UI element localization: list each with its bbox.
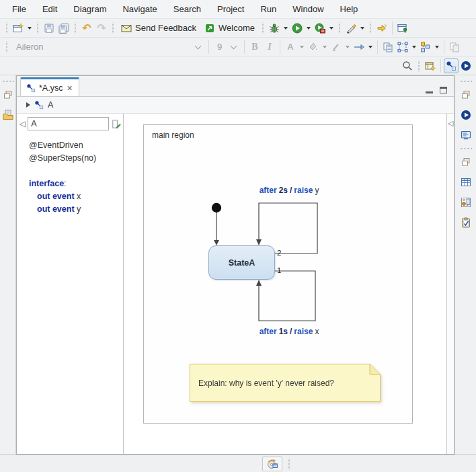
redo-button[interactable]: ↷ <box>94 20 109 36</box>
diagram-canvas[interactable]: main region <box>124 114 454 454</box>
menu-help[interactable]: Help <box>332 1 366 17</box>
undo-button[interactable]: ↶ <box>79 20 94 36</box>
status-drag-handle[interactable] <box>288 458 290 470</box>
interface-colon: : <box>64 179 66 188</box>
debug-button[interactable] <box>267 20 282 36</box>
open-perspective-button[interactable] <box>423 58 438 74</box>
transition-label-1[interactable]: after1s/raisex <box>242 327 336 336</box>
menu-diagram[interactable]: Diagram <box>65 1 114 17</box>
send-feedback-button[interactable]: Send Feedback <box>117 20 200 36</box>
select-shapes-dropdown[interactable] <box>412 46 416 48</box>
fill-color-button[interactable] <box>306 39 321 55</box>
run-button[interactable] <box>290 20 305 36</box>
line-color-dropdown[interactable] <box>346 46 350 48</box>
statechart-name-input[interactable] <box>28 117 109 130</box>
line-color-button[interactable] <box>329 39 344 55</box>
run-dropdown[interactable] <box>307 27 311 30</box>
toolbar-drag-handle[interactable] <box>112 22 114 34</box>
toolbar-drag-handle[interactable] <box>36 22 39 34</box>
debug-dropdown[interactable] <box>284 27 288 30</box>
tab-close-icon[interactable]: × <box>66 84 73 92</box>
font-color-button[interactable]: A <box>283 39 298 55</box>
line-style-dropdown[interactable] <box>368 46 372 48</box>
toolbar-drag-handle[interactable] <box>5 22 8 34</box>
menu-edit[interactable]: Edit <box>34 1 65 17</box>
simulation-snapshot-view-button[interactable] <box>459 194 473 210</box>
toolbar-drag-handle[interactable] <box>74 22 77 34</box>
profile-button[interactable] <box>313 20 327 36</box>
chevron-down-icon <box>231 42 237 49</box>
toolbar-drag-handle[interactable] <box>262 22 264 34</box>
toolbar-drag-handle[interactable] <box>418 60 420 72</box>
bold-button[interactable]: B <box>247 39 262 55</box>
layout-button[interactable] <box>418 39 433 55</box>
properties-view-button[interactable] <box>459 174 473 190</box>
font-family-combo[interactable]: Aileron <box>11 39 206 55</box>
strip-drag-handle[interactable] <box>460 80 472 83</box>
tasks-view-button[interactable] <box>459 214 473 231</box>
statechart-file-icon <box>26 83 36 93</box>
breadcrumb-label[interactable]: A <box>48 100 53 110</box>
copy-appearance-button[interactable] <box>381 39 395 55</box>
collapse-panel-icon[interactable]: ◁ <box>19 120 26 128</box>
definition-text[interactable]: @EventDriven @SuperSteps(no) interface: … <box>17 134 123 216</box>
perspective-simulation-button[interactable] <box>459 58 473 74</box>
pin-editor-button[interactable] <box>395 20 410 36</box>
pin-editor-icon <box>397 23 408 34</box>
italic-button[interactable]: I <box>262 39 277 55</box>
toolbar-drag-handle[interactable] <box>338 22 341 34</box>
menu-window[interactable]: Window <box>284 1 331 17</box>
external-tools-button[interactable] <box>344 20 358 36</box>
save-button[interactable] <box>42 20 56 36</box>
state-node[interactable]: StateA <box>208 245 275 280</box>
strip-drag-handle[interactable] <box>2 80 14 83</box>
fill-color-dropdown[interactable] <box>323 46 327 48</box>
maximize-icon[interactable] <box>440 87 447 93</box>
restore-left-views-button[interactable] <box>1 87 15 103</box>
menu-navigate[interactable]: Navigate <box>114 1 165 17</box>
search-button[interactable] <box>400 58 415 74</box>
raise-keyword: raise <box>294 186 313 195</box>
initial-state[interactable] <box>212 203 221 212</box>
breadcrumb-expand-icon[interactable] <box>26 102 30 108</box>
menu-file[interactable]: File <box>4 1 34 17</box>
font-color-dropdown[interactable] <box>300 46 304 48</box>
comment-note[interactable]: Explain: why is event 'y' never raised? <box>190 364 381 402</box>
strip-drag-handle[interactable] <box>460 147 472 150</box>
toolbar-drag-handle[interactable] <box>369 22 372 34</box>
tasks-clipboard-icon <box>461 217 471 228</box>
restore-view-icon <box>3 89 13 100</box>
project-explorer-button[interactable] <box>1 107 15 123</box>
toolbar-separator <box>444 40 444 54</box>
clipped-toolbar-button[interactable] <box>447 39 462 55</box>
line-style-button[interactable] <box>352 39 366 55</box>
welcome-button[interactable]: Welcome <box>200 20 259 36</box>
left-view-strip <box>0 75 16 455</box>
menu-project[interactable]: Project <box>209 1 252 17</box>
select-all-shapes-button[interactable] <box>395 39 410 55</box>
new-wizard-dropdown[interactable] <box>28 27 32 30</box>
status-trim-button[interactable] <box>262 457 282 471</box>
simulation-view-button[interactable] <box>459 107 473 123</box>
console-view-button[interactable] <box>459 127 473 143</box>
menu-run[interactable]: Run <box>252 1 284 17</box>
toolbar-drag-handle[interactable] <box>5 41 8 53</box>
restore-view-stack-button[interactable] <box>459 154 473 170</box>
save-all-button[interactable] <box>56 20 71 36</box>
minimize-icon[interactable] <box>426 91 433 93</box>
external-tools-dropdown[interactable] <box>360 27 364 30</box>
menu-search[interactable]: Search <box>165 1 209 17</box>
redo-icon: ↷ <box>97 23 106 34</box>
restore-right-views-button[interactable] <box>459 87 473 103</box>
perspective-statechart-button[interactable] <box>444 58 459 73</box>
font-size-combo[interactable]: 9 <box>212 39 241 55</box>
new-wizard-button[interactable] <box>11 20 26 36</box>
last-edit-location-button[interactable] <box>374 20 389 36</box>
main-region[interactable]: main region <box>143 124 413 424</box>
expand-right-panel-icon[interactable]: ◁ <box>447 119 454 128</box>
layout-dropdown[interactable] <box>435 46 439 48</box>
transition-label-2[interactable]: after2s/raisey <box>242 186 336 195</box>
profile-dropdown[interactable] <box>329 27 333 30</box>
tab-a-ysc[interactable]: *A.ysc × <box>20 77 79 96</box>
edit-definition-icon[interactable] <box>111 119 121 129</box>
